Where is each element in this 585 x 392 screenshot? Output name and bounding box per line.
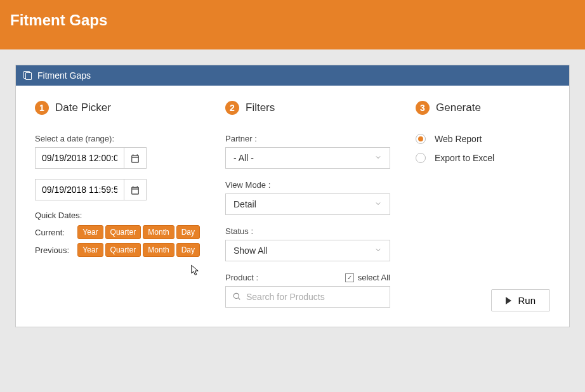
current-quarter-button[interactable]: Quarter: [105, 225, 141, 239]
radio-unselected-icon: [416, 153, 426, 163]
product-search-wrap: [225, 286, 390, 308]
date-picker-title: Date Picker: [55, 101, 111, 114]
select-all-checkbox[interactable]: ✓ select All: [345, 273, 390, 282]
date-to-input[interactable]: [35, 179, 124, 200]
badge-1: 1: [35, 101, 49, 115]
select-all-label: select All: [358, 273, 390, 282]
date-to-calendar-button[interactable]: [124, 179, 147, 200]
previous-month-button[interactable]: Month: [143, 243, 174, 257]
date-to-group: [35, 179, 200, 200]
previous-label: Previous:: [35, 245, 71, 255]
svg-point-0: [233, 293, 239, 298]
date-from-input[interactable]: [35, 147, 124, 169]
copy-icon: [23, 71, 32, 80]
radio-selected-icon: [416, 134, 426, 144]
current-label: Current:: [35, 228, 71, 237]
date-from-calendar-button[interactable]: [124, 147, 147, 169]
run-button[interactable]: Run: [491, 289, 550, 311]
quick-dates-label: Quick Dates:: [35, 211, 200, 220]
generate-section: 3 Generate Web Report Export to Excel: [416, 101, 550, 308]
product-label: Product :: [225, 273, 258, 282]
date-from-group: [35, 147, 200, 169]
date-picker-heading: 1 Date Picker: [35, 101, 200, 115]
current-year-button[interactable]: Year: [77, 225, 103, 239]
calendar-icon: [130, 185, 140, 194]
previous-year-button[interactable]: Year: [77, 243, 103, 257]
status-value: Show All: [233, 245, 268, 256]
panel-title: Fitment Gaps: [37, 70, 91, 81]
view-mode-label: View Mode :: [225, 180, 390, 190]
run-label: Run: [518, 295, 536, 306]
current-button-group: Year Quarter Month Day: [77, 225, 200, 239]
export-excel-option[interactable]: Export to Excel: [416, 153, 550, 163]
play-icon: [506, 297, 511, 304]
panel-header: Fitment Gaps: [16, 65, 569, 86]
current-month-button[interactable]: Month: [143, 225, 174, 239]
app-header: Fitment Gaps: [0, 0, 585, 49]
calendar-icon: [130, 154, 140, 162]
partner-value: - All -: [233, 153, 254, 163]
run-button-wrap: Run: [491, 289, 550, 311]
filters-heading: 2 Filters: [225, 101, 390, 115]
previous-quarter-button[interactable]: Quarter: [105, 243, 141, 257]
quick-current-row: Current: Year Quarter Month Day: [35, 225, 200, 239]
generate-heading: 3 Generate: [416, 101, 550, 115]
partner-select[interactable]: - All -: [225, 147, 390, 169]
badge-3: 3: [416, 101, 430, 115]
export-excel-label: Export to Excel: [435, 153, 494, 163]
previous-day-button[interactable]: Day: [176, 243, 200, 257]
status-select[interactable]: Show All: [225, 240, 390, 261]
page-title: Fitment Gaps: [10, 11, 575, 29]
product-search-input[interactable]: [246, 287, 383, 306]
generate-title: Generate: [436, 101, 481, 114]
chevron-down-icon: [374, 199, 382, 209]
panel-body: 1 Date Picker Select a date (range):: [16, 86, 569, 327]
checkbox-icon: ✓: [345, 273, 354, 282]
web-report-label: Web Report: [435, 134, 482, 144]
main-panel: Fitment Gaps 1 Date Picker Select a date…: [15, 65, 570, 327]
view-mode-select[interactable]: Detail: [225, 193, 390, 215]
filters-title: Filters: [246, 101, 275, 114]
svg-line-1: [239, 297, 240, 299]
current-day-button[interactable]: Day: [176, 225, 200, 239]
partner-label: Partner :: [225, 134, 390, 143]
previous-button-group: Year Quarter Month Day: [77, 243, 200, 257]
date-range-label: Select a date (range):: [35, 134, 200, 143]
status-label: Status :: [225, 226, 390, 236]
search-icon: [232, 292, 241, 303]
view-mode-value: Detail: [233, 199, 256, 209]
badge-2: 2: [225, 101, 239, 115]
quick-previous-row: Previous: Year Quarter Month Day: [35, 243, 200, 257]
filters-section: 2 Filters Partner : - All - View Mode : …: [225, 101, 390, 308]
chevron-down-icon: [374, 153, 382, 163]
web-report-option[interactable]: Web Report: [416, 134, 550, 144]
date-picker-section: 1 Date Picker Select a date (range):: [35, 101, 200, 308]
chevron-down-icon: [374, 245, 382, 256]
product-label-row: Product : ✓ select All: [225, 273, 390, 282]
